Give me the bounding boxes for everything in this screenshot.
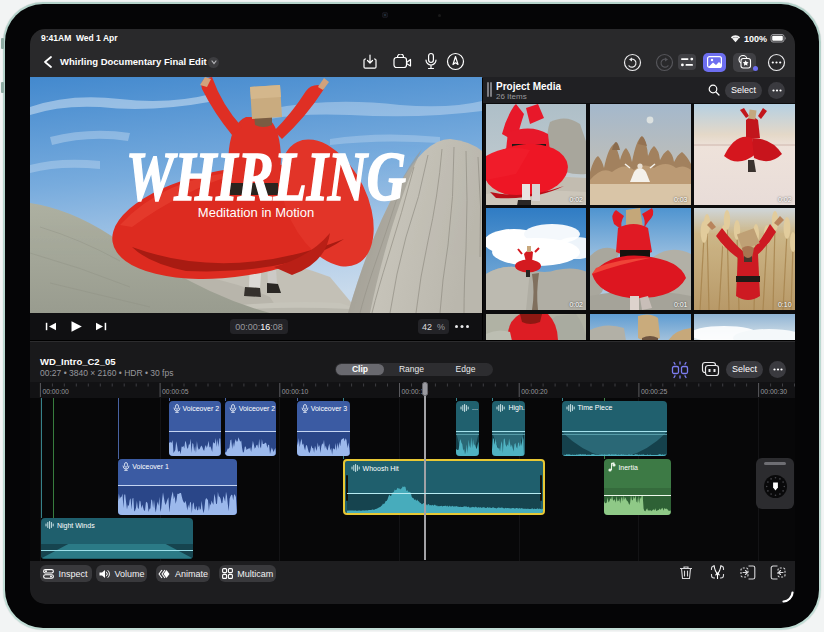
svg-text:100%: 100% <box>744 34 767 44</box>
svg-text:00:00:05: 00:00:05 <box>162 387 189 394</box>
svg-text:00:00:30: 00:00:30 <box>761 387 788 394</box>
svg-text:00:00:10: 00:00:10 <box>282 387 309 394</box>
svg-text:00:00:00: 00:00:00 <box>42 387 69 394</box>
svg-text:00:00:25: 00:00:25 <box>641 387 668 394</box>
svg-text:00:00:20: 00:00:20 <box>521 387 548 394</box>
svg-text:Meditation in Motion: Meditation in Motion <box>198 205 314 220</box>
svg-text:WHIRLING: WHIRLING <box>126 138 406 215</box>
